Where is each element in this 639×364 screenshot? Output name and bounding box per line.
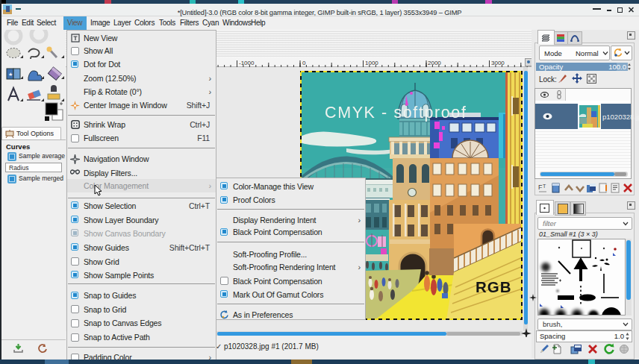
svg-text:1000: 1000 [365,60,378,66]
svg-text:0: 0 [302,60,306,66]
svg-text:-1000: -1000 [239,60,255,66]
svg-text:★: ★ [8,72,13,77]
svg-text:3000: 3000 [491,60,505,66]
svg-text:2000: 2000 [428,60,441,66]
svg-text:T: T [543,183,546,189]
